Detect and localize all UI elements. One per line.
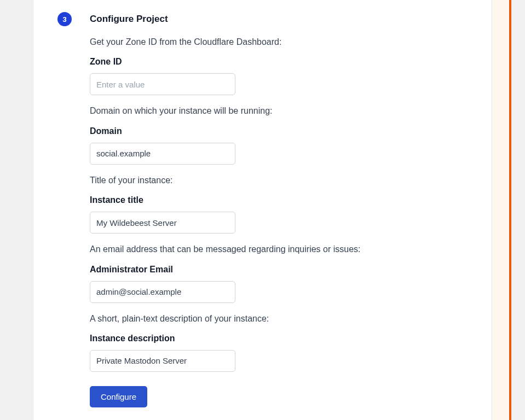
domain-input[interactable] [90,143,235,165]
domain-group: Domain on which your instance will be ru… [90,105,459,164]
admin-email-group: An email address that can be messaged re… [90,243,459,302]
admin-email-label: Administrator Email [90,265,459,275]
step-header: 3 Configure Project [33,0,492,26]
zone-id-group: Get your Zone ID from the Cloudflare Das… [90,36,459,95]
instance-description-label: Instance description [90,334,459,343]
configure-button[interactable]: Configure [90,386,147,407]
admin-email-input[interactable] [90,281,235,303]
step-number: 3 [62,15,66,24]
zone-id-label: Zone ID [90,57,459,67]
form-body: Get your Zone ID from the Cloudflare Das… [33,36,492,407]
instance-description-description: A short, plain-text description of your … [90,313,459,325]
domain-description: Domain on which your instance will be ru… [90,105,459,117]
instance-description-input[interactable] [90,350,235,372]
zone-id-input[interactable] [90,73,235,95]
step-title: Configure Project [90,14,168,25]
form-panel: 3 Configure Project Get your Zone ID fro… [33,0,492,420]
right-accent-border [492,0,511,420]
instance-title-input[interactable] [90,212,235,234]
step-number-badge: 3 [57,12,72,26]
domain-label: Domain [90,126,459,136]
zone-id-description: Get your Zone ID from the Cloudflare Das… [90,36,459,48]
admin-email-description: An email address that can be messaged re… [90,243,459,255]
page-container: 3 Configure Project Get your Zone ID fro… [33,0,492,420]
instance-description-group: A short, plain-text description of your … [90,313,459,372]
instance-title-label: Instance title [90,195,459,205]
instance-title-group: Title of your instance: Instance title [90,174,459,234]
instance-title-description: Title of your instance: [90,174,459,186]
